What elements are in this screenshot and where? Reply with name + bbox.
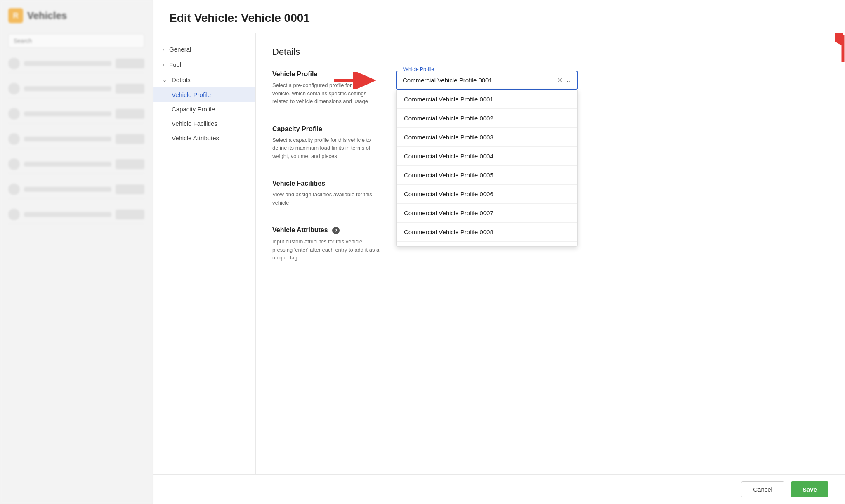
main-content: Edit Vehicle: Vehicle 0001 › General › F… xyxy=(153,0,845,504)
help-icon[interactable]: ? xyxy=(332,227,340,234)
vehicle-facilities-title: Vehicle Facilities xyxy=(272,180,380,187)
list-item xyxy=(8,130,144,148)
list-item xyxy=(8,155,144,174)
nav-item-fuel[interactable]: › Fuel xyxy=(153,57,255,72)
section-label-col: Vehicle Attributes ? Input custom attrib… xyxy=(272,226,380,262)
dropdown-label: Vehicle Profile xyxy=(401,66,436,72)
dropdown-value: Commercial Vehicle Profile 0001 xyxy=(403,77,492,84)
nav-item-label: General xyxy=(169,46,191,53)
section-label-col: Vehicle Facilities View and assign facil… xyxy=(272,180,380,207)
sub-item-label: Vehicle Attributes xyxy=(172,134,219,141)
vehicle-facilities-desc: View and assign facilities available for… xyxy=(272,191,380,207)
dropdown-option[interactable]: Commercial Vehicle Profile 0006 xyxy=(397,185,577,204)
list-item xyxy=(8,80,144,98)
sidebar: R Vehicles xyxy=(0,0,153,504)
chevron-down-icon[interactable]: ⌄ xyxy=(566,76,571,84)
page-title: Edit Vehicle: Vehicle 0001 xyxy=(169,12,828,25)
vehicle-attributes-desc: Input custom attributes for this vehicle… xyxy=(272,238,380,262)
nav-item-label: Details xyxy=(172,76,191,83)
list-item xyxy=(8,205,144,224)
capacity-profile-title: Capacity Profile xyxy=(272,125,380,133)
sidebar-item-vehicle-attributes[interactable]: Vehicle Attributes xyxy=(153,131,255,145)
clear-icon[interactable]: ✕ xyxy=(557,77,562,84)
dropdown-option[interactable]: Commercial Vehicle Profile 0003 xyxy=(397,128,577,147)
list-item xyxy=(8,105,144,123)
sidebar-item-capacity-profile[interactable]: Capacity Profile xyxy=(153,102,255,116)
dropdown-option[interactable]: Commercial Vehicle Profile 0002 xyxy=(397,109,577,128)
left-nav: › General › Fuel ⌄ Details Vehicle Profi… xyxy=(153,33,256,474)
footer: Cancel Save xyxy=(153,474,845,504)
dropdown-input[interactable]: Commercial Vehicle Profile 0001 ✕ ⌄ xyxy=(396,71,578,90)
sidebar-item-vehicle-facilities[interactable]: Vehicle Facilities xyxy=(153,116,255,131)
nav-item-label: Fuel xyxy=(169,61,181,68)
dropdown-actions: ✕ ⌄ xyxy=(557,76,571,84)
dropdown-list: Commercial Vehicle Profile 0001 Commerci… xyxy=(396,90,578,247)
dropdown-option[interactable]: Commercial Vehicle Profile 0005 xyxy=(397,166,577,185)
save-button[interactable]: Save xyxy=(791,481,828,497)
dropdown-option[interactable]: Commercial Vehicle Profile 0008 xyxy=(397,223,577,242)
section-label-col: Capacity Profile Select a capacity profi… xyxy=(272,125,380,160)
section-control-col: Vehicle Profile Commercial Vehicle Profi… xyxy=(396,71,828,90)
details-heading: Details xyxy=(272,47,828,57)
nav-item-general[interactable]: › General xyxy=(153,42,255,57)
chevron-right-icon: › xyxy=(163,47,164,52)
details-panel: Details Vehicle Profile Select a pre-con… xyxy=(256,33,845,474)
list-item xyxy=(8,54,144,73)
sub-item-label: Vehicle Profile xyxy=(172,91,211,98)
sidebar-item-vehicle-profile[interactable]: Vehicle Profile xyxy=(153,87,255,102)
capacity-profile-desc: Select a capacity profile for this vehic… xyxy=(272,136,380,160)
red-arrow-right-icon xyxy=(332,72,378,89)
sidebar-header: R Vehicles xyxy=(8,8,144,23)
vehicle-attributes-title: Vehicle Attributes ? xyxy=(272,226,380,234)
app-logo: R xyxy=(8,8,23,23)
sidebar-title: Vehicles xyxy=(27,10,67,21)
dropdown-option[interactable]: Commercial Vehicle Profile 0007 xyxy=(397,204,577,223)
dropdown-option[interactable]: Commercial Vehicle Profile 0004 xyxy=(397,147,577,166)
sub-item-label: Capacity Profile xyxy=(172,106,215,113)
vehicle-profile-section: Vehicle Profile Select a pre-configured … xyxy=(272,71,828,106)
cancel-button[interactable]: Cancel xyxy=(741,481,784,497)
chevron-right-icon: › xyxy=(163,62,164,68)
page-header: Edit Vehicle: Vehicle 0001 xyxy=(153,0,845,33)
dropdown-option[interactable]: Commercial Vehicle Profile 0001 xyxy=(397,90,577,109)
nav-item-details[interactable]: ⌄ Details xyxy=(153,72,255,87)
dropdown-option[interactable]: Commercial Vehicle Profile 0009 xyxy=(397,242,577,247)
red-arrow-up-icon xyxy=(835,33,845,64)
sidebar-search[interactable] xyxy=(8,34,144,48)
content-area: › General › Fuel ⌄ Details Vehicle Profi… xyxy=(153,33,845,474)
list-item xyxy=(8,180,144,199)
vehicle-profile-dropdown[interactable]: Vehicle Profile Commercial Vehicle Profi… xyxy=(396,71,828,90)
sub-item-label: Vehicle Facilities xyxy=(172,120,217,127)
chevron-down-icon: ⌄ xyxy=(163,77,167,83)
